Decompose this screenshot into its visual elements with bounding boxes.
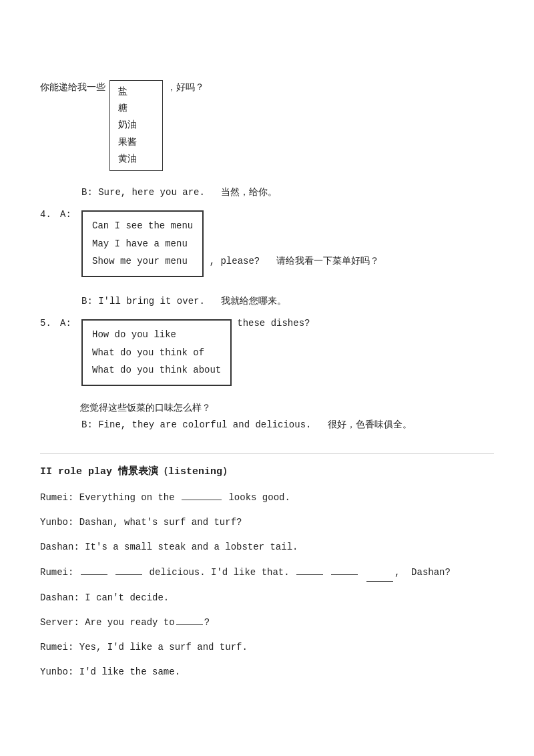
section-2-title: II role play 情景表演（listening） [40, 465, 494, 478]
roleplay-server-1: Server: Are you ready to? [40, 617, 210, 628]
roleplay-dashan-2: Dashan: I can't decide. [40, 592, 169, 603]
roleplay-yunbo-2: Yunbo: I'd like the same. [40, 667, 180, 677]
roleplay-rumei-1: Rumei: Everything on the looks good. [40, 492, 290, 503]
dropdown-box: 盐 糖 奶油 果酱 黄油 [105, 80, 167, 171]
q4-choice-1: Can I see the menu [92, 217, 193, 235]
q5-b-en: B: Fine, they are colorful and delicious… [81, 419, 311, 430]
q5-choice-box: How do you like What do you think of Wha… [81, 319, 232, 386]
suffix-text: ，好吗？ [167, 80, 204, 96]
question-5: 5. A: How do you like What do you think … [40, 315, 494, 390]
q5-choice-3: What do you think about [92, 361, 221, 379]
roleplay-line-3: Dashan: It's a small steak and a lobster… [40, 539, 494, 556]
roleplay-line-8: Yunbo: I'd like the same. [40, 664, 494, 681]
q4-b-en: B: I'll bring it over. [81, 296, 205, 307]
dropdown-item-4: 果酱 [118, 134, 154, 151]
roleplay-line-5: Dashan: I can't decide. [40, 590, 494, 606]
roleplay-rumei-3: Rumei: Yes, I'd like a surf and turf. [40, 642, 248, 652]
q5-choice-1: How do you like [92, 326, 221, 344]
roleplay-rumei-2: Rumei: delicious. I'd like that. , Dasha… [40, 567, 451, 578]
q5-b-zh: 很好，色香味俱全。 [328, 419, 412, 430]
roleplay-line-7: Rumei: Yes, I'd like a surf and turf. [40, 639, 494, 656]
roleplay-line-1: Rumei: Everything on the looks good. [40, 490, 494, 506]
q5-label: A: [60, 315, 81, 332]
dropdown-item-2: 糖 [118, 100, 154, 117]
roleplay-dashan-1: Dashan: It's a small steak and a lobster… [40, 542, 298, 552]
q5-suffix-en: these dishes? [237, 315, 310, 332]
dropdown-item-3: 奶油 [118, 117, 154, 134]
q3-b-en: B: Sure, here you are. [81, 187, 205, 198]
q5-zh-prompt: 您觉得这些饭菜的口味怎么样？ [80, 402, 494, 414]
q4-choice-3: Show me your menu [92, 252, 193, 270]
chinese-prompt: 你能递给我一些 [40, 80, 105, 96]
roleplay-line-2: Yunbo: Dashan, what's surf and turf? [40, 514, 494, 531]
q4-choice-box: Can I see the menu May I have a menu Sho… [81, 210, 204, 277]
q4-number: 4. [40, 206, 60, 223]
question-4: 4. A: Can I see the menu May I have a me… [40, 206, 494, 281]
q3-b-zh: 当然，给你。 [221, 187, 277, 198]
roleplay-line-6: Server: Are you ready to? [40, 614, 494, 631]
q4-b-row: B: I'll bring it over. 我就给您哪来。 [40, 293, 494, 310]
section-2-divider [40, 453, 494, 454]
q3-b-row: B: Sure, here you are. 当然，给你。 [81, 184, 494, 201]
q5-number: 5. [40, 315, 60, 332]
q5-choice-2: What do you think of [92, 344, 221, 362]
dropdown-item-5: 黄油 [118, 151, 154, 168]
q5-b-row: B: Fine, they are colorful and delicious… [81, 417, 494, 433]
q4-suffix-en: , please? [210, 256, 260, 266]
roleplay-yunbo-1: Yunbo: Dashan, what's surf and turf? [40, 517, 242, 528]
roleplay-line-4: Rumei: delicious. I'd like that. , Dasha… [40, 564, 494, 582]
q4-choice-2: May I have a menu [92, 235, 193, 253]
q4-b-zh: 我就给您哪来。 [221, 296, 286, 307]
q4-label: A: [60, 206, 81, 223]
q4-suffix-zh: 请给我看一下菜单好吗？ [276, 256, 379, 266]
section-3-prompt: 你能递给我一些 盐 糖 奶油 果酱 黄油 ，好吗？ [40, 80, 494, 171]
dropdown-item-1: 盐 [118, 83, 154, 100]
